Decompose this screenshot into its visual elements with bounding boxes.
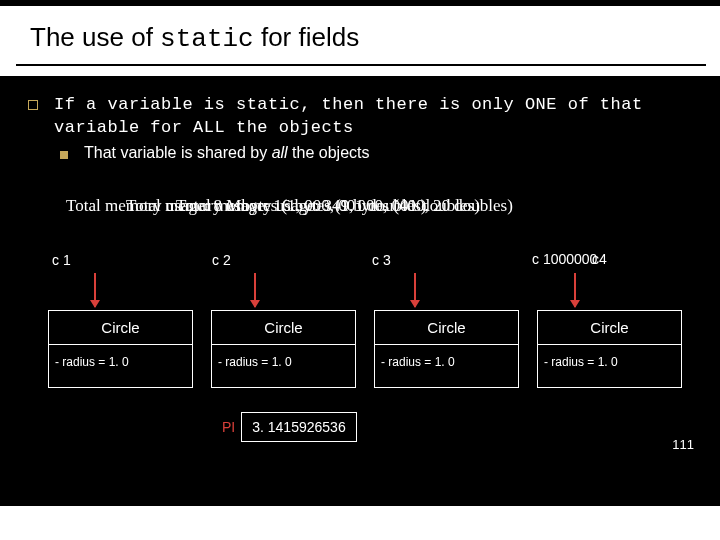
sub-bullet-text: That variable is shared by all the objec… bbox=[84, 144, 370, 162]
sub-bullet-square-icon bbox=[60, 151, 68, 159]
arrow-icon bbox=[254, 273, 256, 307]
bullet-level2: That variable is shared by all the objec… bbox=[60, 144, 702, 162]
var-label-c1: c 1 bbox=[52, 252, 71, 268]
circle-box-2: Circle - radius = 1. 0 bbox=[211, 310, 356, 388]
circle-box-field: - radius = 1. 0 bbox=[212, 345, 355, 387]
title-pre: The use of bbox=[30, 22, 160, 52]
label-cell-c2: c 2 bbox=[212, 251, 372, 269]
circle-box-head: Circle bbox=[49, 311, 192, 345]
circle-box-head: Circle bbox=[212, 311, 355, 345]
label-cell-c1: c 1 bbox=[52, 251, 212, 269]
top-strip bbox=[0, 0, 720, 6]
circle-box-field: - radius = 1. 0 bbox=[49, 345, 192, 387]
sub-pre: That variable is shared by bbox=[84, 144, 272, 161]
slide-body: If a variable is static, then there is o… bbox=[0, 76, 720, 506]
pi-row: PI 3. 1415926536 bbox=[222, 412, 357, 442]
bullet-pre: If a variable is bbox=[54, 95, 236, 114]
circle-box-head: Circle bbox=[375, 311, 518, 345]
var-label-c2: c 2 bbox=[212, 252, 231, 268]
memory-usage-overlap: Total memory usage: 8 Mbytes (1, 000, 00… bbox=[66, 196, 656, 226]
pi-label: PI bbox=[222, 419, 235, 435]
bullet-text: If a variable is static, then there is o… bbox=[54, 94, 702, 140]
object-boxes-row: Circle - radius = 1. 0 Circle - radius =… bbox=[48, 310, 704, 388]
label-cell-c4: c 1000000 c4 bbox=[532, 251, 692, 269]
slide: The use of static for fields If a variab… bbox=[0, 0, 720, 540]
arrow-icon bbox=[574, 273, 576, 307]
variable-labels-row: c 1 c 2 c 3 c 1000000 c4 bbox=[52, 251, 700, 269]
pi-value-box: 3. 1415926536 bbox=[241, 412, 356, 442]
slide-title: The use of static for fields bbox=[0, 0, 720, 60]
title-keyword: static bbox=[160, 24, 254, 54]
var-label-c4b: c4 bbox=[592, 251, 607, 267]
circle-box-field: - radius = 1. 0 bbox=[538, 345, 681, 387]
sub-em: all bbox=[272, 144, 288, 161]
arrow-icon bbox=[414, 273, 416, 307]
circle-box-3: Circle - radius = 1. 0 bbox=[374, 310, 519, 388]
bullet-square-icon bbox=[28, 100, 38, 110]
bullet-keyword: static bbox=[236, 95, 300, 114]
bullet-level1: If a variable is static, then there is o… bbox=[28, 94, 702, 140]
label-cell-c3: c 3 bbox=[372, 251, 532, 269]
sub-post: the objects bbox=[288, 144, 370, 161]
title-underline bbox=[16, 64, 706, 66]
memory-line-c: Total memory usage: 349 bytes (400, 20 d… bbox=[176, 196, 513, 216]
circle-box-field: - radius = 1. 0 bbox=[375, 345, 518, 387]
arrow-icon bbox=[94, 273, 96, 307]
circle-box-1: Circle - radius = 1. 0 bbox=[48, 310, 193, 388]
var-label-c4a: c 1000000 bbox=[532, 251, 597, 267]
title-post: for fields bbox=[254, 22, 360, 52]
circle-box-4: Circle - radius = 1. 0 bbox=[537, 310, 682, 388]
var-label-c3: c 3 bbox=[372, 252, 391, 268]
circle-box-head: Circle bbox=[538, 311, 681, 345]
page-number: 111 bbox=[672, 437, 694, 452]
